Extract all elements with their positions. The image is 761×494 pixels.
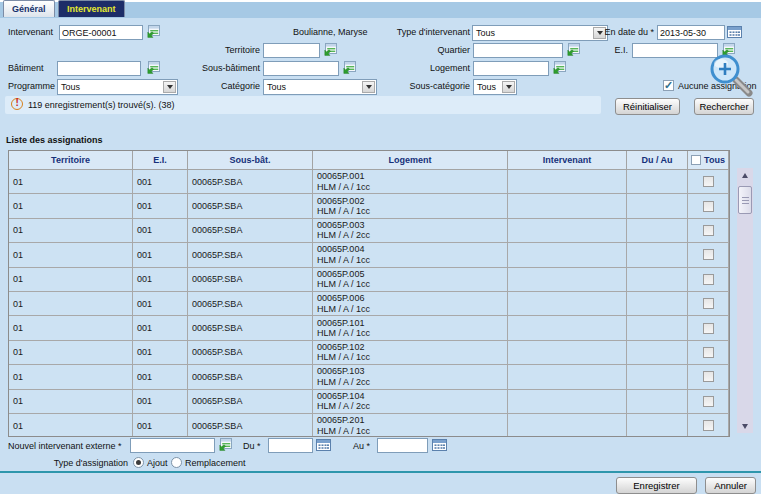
table-body: 01 001 00065P.SBA 00065P.001 HLM / A / 1… xyxy=(9,170,729,437)
enregistrer-button[interactable]: Enregistrer xyxy=(616,477,697,494)
tab-intervenant[interactable]: Intervenant xyxy=(58,0,125,17)
nouvel-intervenant-input[interactable] xyxy=(130,438,215,453)
logement-input[interactable] xyxy=(473,61,549,76)
quartier-input[interactable] xyxy=(473,43,563,58)
au-calendar-icon[interactable] xyxy=(432,438,447,451)
du-label: Du * xyxy=(243,441,261,451)
programme-select[interactable]: Tous xyxy=(57,79,178,95)
territoire-lookup-icon[interactable] xyxy=(324,43,337,56)
table-row: 01 001 00065P.SBA 00065P.102 HLM / A / 1… xyxy=(9,341,729,365)
cell-select xyxy=(688,414,729,437)
cell-select xyxy=(688,365,729,389)
au-label: Au * xyxy=(353,441,370,451)
table-scrollbar[interactable] xyxy=(737,168,753,433)
logement-lookup-icon[interactable] xyxy=(553,61,566,74)
cell-logement: 00065P.004 HLM / A / 1cc xyxy=(313,243,508,267)
cell-sous-bat: 00065P.SBA xyxy=(188,316,313,340)
header-tous: Tous xyxy=(688,151,729,170)
row-checkbox[interactable] xyxy=(703,371,714,382)
row-checkbox[interactable] xyxy=(703,323,714,334)
header-logement: Logement xyxy=(313,151,508,170)
territoire-input[interactable] xyxy=(263,43,320,58)
cell-du-au xyxy=(627,365,688,389)
table-row: 01 001 00065P.SBA 00065P.001 HLM / A / 1… xyxy=(9,170,729,194)
row-checkbox[interactable] xyxy=(703,201,714,212)
intervenant-assignment-window: Général Intervenant Intervenant Bouliann… xyxy=(0,0,761,494)
nouvel-intervenant-lookup-icon[interactable] xyxy=(219,438,232,451)
cell-logement: 00065P.104 HLM / A / 2cc xyxy=(313,390,508,414)
row-checkbox[interactable] xyxy=(703,249,714,260)
zoom-in-icon[interactable] xyxy=(706,50,756,100)
cell-ei: 001 xyxy=(133,194,188,218)
batiment-lookup-icon[interactable] xyxy=(147,61,160,74)
scrollbar-thumb[interactable] xyxy=(738,186,752,214)
cell-territoire: 01 xyxy=(9,170,133,194)
table-row: 01 001 00065P.SBA 00065P.004 HLM / A / 1… xyxy=(9,243,729,267)
cell-intervenant xyxy=(508,219,627,243)
cell-territoire: 01 xyxy=(9,219,133,243)
cell-intervenant xyxy=(508,390,627,414)
cell-logement: 00065P.101 HLM / A / 1cc xyxy=(313,316,508,340)
header-intervenant: Intervenant xyxy=(508,151,627,170)
cell-territoire: 01 xyxy=(9,316,133,340)
select-all-checkbox[interactable] xyxy=(691,155,701,165)
reinitialiser-button[interactable]: Réinitialiser xyxy=(615,98,680,115)
scrollbar-up-icon[interactable] xyxy=(737,168,753,182)
dropdown-arrow-icon xyxy=(163,81,176,93)
assignments-list-title: Liste des assignations xyxy=(6,135,103,145)
du-calendar-icon[interactable] xyxy=(316,438,331,451)
tab-general[interactable]: Général xyxy=(3,0,55,17)
remplacement-radio[interactable] xyxy=(171,457,182,468)
cell-ei: 001 xyxy=(133,365,188,389)
cell-select xyxy=(688,292,729,316)
cell-intervenant xyxy=(508,316,627,340)
cell-ei: 001 xyxy=(133,268,188,292)
type-intervenant-label: Type d'intervenant xyxy=(380,27,470,37)
row-checkbox[interactable] xyxy=(703,347,714,358)
cell-territoire: 01 xyxy=(9,194,133,218)
rechercher-button[interactable]: Rechercher xyxy=(694,98,754,115)
row-checkbox[interactable] xyxy=(703,225,714,236)
cell-ei: 001 xyxy=(133,414,188,437)
cell-sous-bat: 00065P.SBA xyxy=(188,219,313,243)
cell-ei: 001 xyxy=(133,219,188,243)
en-date-input[interactable] xyxy=(657,25,725,40)
table-row: 01 001 00065P.SBA 00065P.006 HLM / A / 1… xyxy=(9,292,729,316)
annuler-button[interactable]: Annuler xyxy=(705,477,756,494)
quartier-label: Quartier xyxy=(400,45,470,55)
table-row: 01 001 00065P.SBA 00065P.104 HLM / A / 2… xyxy=(9,390,729,414)
status-text: 119 enregistrement(s) trouvé(s). (38) xyxy=(28,100,174,110)
row-checkbox[interactable] xyxy=(703,298,714,309)
row-checkbox[interactable] xyxy=(703,176,714,187)
cell-logement: 00065P.102 HLM / A / 1cc xyxy=(313,341,508,365)
cell-du-au xyxy=(627,390,688,414)
cell-sous-bat: 00065P.SBA xyxy=(188,268,313,292)
table-header: Territoire E.I. Sous-bât. Logement Inter… xyxy=(9,151,729,170)
cell-intervenant xyxy=(508,292,627,316)
table-row: 01 001 00065P.SBA 00065P.201 HLM / A / 1… xyxy=(9,414,729,437)
du-input[interactable] xyxy=(268,438,313,453)
categorie-select[interactable]: Tous xyxy=(263,79,377,95)
cell-logement: 00065P.002 HLM / A / 1cc xyxy=(313,194,508,218)
sous-batiment-input[interactable] xyxy=(263,61,339,76)
aucune-assignation-checkbox[interactable] xyxy=(663,80,674,91)
categorie-label: Catégorie xyxy=(200,81,260,91)
sous-categorie-select[interactable]: Tous xyxy=(473,79,517,95)
remplacement-radio-label: Remplacement xyxy=(185,458,246,468)
row-checkbox[interactable] xyxy=(703,274,714,285)
sous-batiment-lookup-icon[interactable] xyxy=(343,61,356,74)
en-date-calendar-icon[interactable] xyxy=(727,25,742,38)
scrollbar-down-icon[interactable] xyxy=(737,419,753,433)
cell-territoire: 01 xyxy=(9,292,133,316)
row-checkbox[interactable] xyxy=(703,396,714,407)
cell-ei: 001 xyxy=(133,316,188,340)
intervenant-input[interactable] xyxy=(59,25,143,40)
ajout-radio[interactable] xyxy=(133,457,144,468)
row-checkbox[interactable] xyxy=(703,420,714,431)
quartier-lookup-icon[interactable] xyxy=(567,43,580,56)
cell-select xyxy=(688,219,729,243)
cell-intervenant xyxy=(508,170,627,194)
intervenant-lookup-icon[interactable] xyxy=(147,25,160,38)
au-input[interactable] xyxy=(377,438,428,453)
batiment-input[interactable] xyxy=(57,61,141,76)
